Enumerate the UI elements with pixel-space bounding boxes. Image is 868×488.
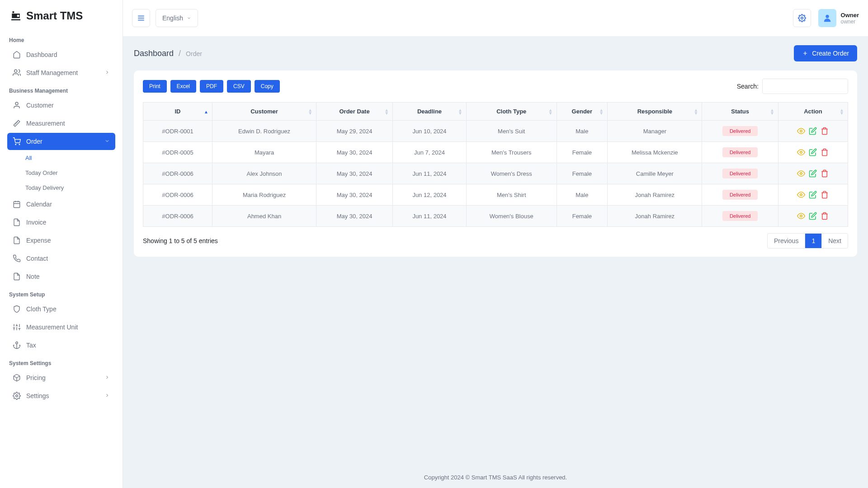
svg-rect-5 bbox=[14, 202, 20, 208]
nav-heading: Business Management bbox=[7, 82, 115, 97]
view-button[interactable] bbox=[797, 191, 805, 199]
brand-logo[interactable]: Smart TMS bbox=[0, 0, 123, 32]
print-button[interactable]: Print bbox=[143, 80, 167, 93]
cell-responsible: Melissa Mckenzie bbox=[608, 142, 702, 163]
edit-button[interactable] bbox=[809, 127, 817, 135]
brand-name: Smart TMS bbox=[26, 9, 83, 22]
edit-button[interactable] bbox=[809, 169, 817, 178]
svg-point-13 bbox=[800, 194, 802, 196]
svg-point-1 bbox=[14, 70, 17, 72]
settings-button[interactable] bbox=[793, 9, 811, 27]
eye-icon bbox=[797, 148, 805, 156]
sewing-machine-icon bbox=[9, 9, 23, 23]
pdf-button[interactable]: PDF bbox=[200, 80, 223, 93]
file-icon bbox=[13, 236, 21, 244]
col-cloth-type[interactable]: Cloth Type▲▼ bbox=[466, 103, 557, 121]
sidebar-item-staff-management[interactable]: Staff Management bbox=[7, 64, 115, 81]
cell-deadline: Jun 10, 2024 bbox=[393, 121, 467, 142]
sidebar-item-measurement[interactable]: Measurement bbox=[7, 115, 115, 132]
sidebar-item-settings[interactable]: Settings bbox=[7, 387, 115, 404]
sidebar-item-pricing[interactable]: Pricing bbox=[7, 369, 115, 386]
cell-status: Delivered bbox=[702, 184, 778, 206]
create-order-button[interactable]: Create Order bbox=[794, 45, 857, 61]
delete-button[interactable] bbox=[821, 127, 829, 135]
sidebar-item-invoice[interactable]: Invoice bbox=[7, 214, 115, 231]
svg-point-11 bbox=[800, 151, 802, 154]
col-gender[interactable]: Gender▲▼ bbox=[557, 103, 608, 121]
pager-prev[interactable]: Previous bbox=[768, 234, 805, 248]
cell-action bbox=[778, 142, 848, 163]
cell-gender: Male bbox=[557, 121, 608, 142]
chevron-down-icon bbox=[187, 16, 191, 20]
menu-toggle-button[interactable] bbox=[132, 9, 150, 27]
edit-icon bbox=[809, 127, 817, 135]
cell-responsible: Camille Meyer bbox=[608, 163, 702, 184]
sidebar-item-measurement-unit[interactable]: Measurement Unit bbox=[7, 319, 115, 336]
svg-point-7 bbox=[16, 395, 18, 397]
pager-next[interactable]: Next bbox=[822, 234, 848, 248]
anchor-icon bbox=[13, 341, 21, 349]
sidebar-item-dashboard[interactable]: Dashboard bbox=[7, 46, 115, 63]
nav-label: Expense bbox=[26, 237, 51, 244]
col-action[interactable]: Action▲▼ bbox=[778, 103, 848, 121]
breadcrumb-root[interactable]: Dashboard bbox=[134, 49, 174, 58]
sidebar-item-customer[interactable]: Customer bbox=[7, 97, 115, 114]
edit-button[interactable] bbox=[809, 148, 817, 156]
cell-cloth: Women's Dress bbox=[466, 163, 557, 184]
language-select[interactable]: English bbox=[156, 9, 198, 27]
sidebar-item-tax[interactable]: Tax bbox=[7, 337, 115, 354]
col-id[interactable]: ID▲ bbox=[143, 103, 212, 121]
cell-status: Delivered bbox=[702, 142, 778, 163]
cell-order-date: May 30, 2024 bbox=[316, 184, 393, 206]
cell-gender: Female bbox=[557, 206, 608, 227]
user-menu[interactable]: Owner owner bbox=[818, 9, 859, 27]
chevron-right-icon bbox=[104, 392, 110, 399]
cell-deadline: Jun 12, 2024 bbox=[393, 184, 467, 206]
sort-icon: ▲▼ bbox=[694, 108, 698, 115]
view-button[interactable] bbox=[797, 148, 805, 156]
edit-button[interactable] bbox=[809, 191, 817, 199]
delete-button[interactable] bbox=[821, 148, 829, 156]
search-input[interactable] bbox=[762, 79, 848, 94]
svg-point-3 bbox=[15, 144, 16, 145]
sidebar-item-expense[interactable]: Expense bbox=[7, 232, 115, 249]
svg-point-14 bbox=[800, 215, 802, 217]
view-button[interactable] bbox=[797, 169, 805, 178]
col-responsible[interactable]: Responsible▲▼ bbox=[608, 103, 702, 121]
sidebar-subitem-all[interactable]: All bbox=[20, 151, 115, 165]
cell-deadline: Jun 11, 2024 bbox=[393, 206, 467, 227]
language-label: English bbox=[162, 14, 183, 22]
cell-cloth: Men's Shirt bbox=[466, 184, 557, 206]
sidebar-subitem-today-delivery[interactable]: Today Delivery bbox=[20, 181, 115, 195]
sidebar-item-note[interactable]: Note bbox=[7, 268, 115, 285]
delete-button[interactable] bbox=[821, 169, 829, 178]
sidebar-item-order[interactable]: Order bbox=[7, 133, 115, 150]
copy-button[interactable]: Copy bbox=[255, 80, 280, 93]
view-button[interactable] bbox=[797, 212, 805, 220]
cell-customer: Mayara bbox=[212, 142, 316, 163]
gear-icon bbox=[798, 14, 806, 22]
csv-button[interactable]: CSV bbox=[227, 80, 251, 93]
sidebar-item-calendar[interactable]: Calendar bbox=[7, 196, 115, 213]
delete-button[interactable] bbox=[821, 212, 829, 220]
excel-button[interactable]: Excel bbox=[170, 80, 196, 93]
cell-order-date: May 30, 2024 bbox=[316, 142, 393, 163]
col-customer[interactable]: Customer▲▼ bbox=[212, 103, 316, 121]
sidebar-item-contact[interactable]: Contact bbox=[7, 250, 115, 267]
nav-label: Order bbox=[26, 138, 42, 145]
chevron-right-icon bbox=[104, 374, 110, 381]
col-status[interactable]: Status▲▼ bbox=[702, 103, 778, 121]
cell-order-date: May 29, 2024 bbox=[316, 121, 393, 142]
nav-heading: Home bbox=[7, 32, 115, 46]
view-button[interactable] bbox=[797, 127, 805, 135]
pager-page[interactable]: 1 bbox=[805, 234, 822, 248]
sidebar-item-cloth-type[interactable]: Cloth Type bbox=[7, 300, 115, 318]
menu-icon bbox=[137, 14, 145, 22]
col-order-date[interactable]: Order Date▲▼ bbox=[316, 103, 393, 121]
col-deadline[interactable]: Deadline▲▼ bbox=[393, 103, 467, 121]
delete-button[interactable] bbox=[821, 191, 829, 199]
orders-table: ID▲Customer▲▼Order Date▲▼Deadline▲▼Cloth… bbox=[143, 102, 848, 227]
sidebar-subitem-today-order[interactable]: Today Order bbox=[20, 166, 115, 180]
edit-button[interactable] bbox=[809, 212, 817, 220]
cell-responsible: Jonah Ramirez bbox=[608, 184, 702, 206]
